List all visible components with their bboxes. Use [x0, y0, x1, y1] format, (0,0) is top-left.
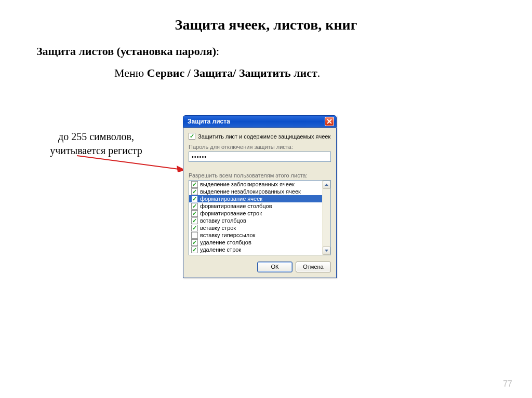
check-icon: ✓: [192, 218, 197, 224]
option-checkbox[interactable]: ✓: [191, 210, 198, 217]
password-label: Пароль для отключения защиты листа:: [189, 144, 331, 150]
check-icon: ✓: [192, 196, 197, 202]
check-icon: ✓: [192, 240, 197, 245]
dialog-buttons: ОК Отмена: [189, 262, 331, 272]
slide-subtitle: Защита листов (установка пароля):: [36, 45, 532, 58]
option-label: выделение незаблокированных ячеек: [200, 188, 301, 195]
option-label: форматирование строк: [200, 210, 262, 216]
option-checkbox[interactable]: ✓: [191, 181, 198, 188]
menupath-tail: .: [317, 66, 321, 79]
cancel-button[interactable]: Отмена: [296, 262, 331, 272]
list-item[interactable]: ✓форматирование столбцов: [189, 202, 322, 210]
scroll-down-button[interactable]: [323, 246, 330, 255]
option-label: выделение заблокированных ячеек: [200, 181, 295, 187]
check-icon: ✓: [192, 182, 197, 187]
scroll-up-button[interactable]: [323, 181, 330, 189]
option-checkbox[interactable]: ✓: [191, 225, 198, 231]
protect-sheet-dialog: Защита листа ✓ Защитить лист и содержимо…: [183, 115, 337, 278]
option-label: удаление столбцов: [200, 239, 251, 245]
check-icon: ✓: [192, 225, 197, 231]
protect-checkbox[interactable]: ✓: [189, 133, 195, 140]
option-checkbox[interactable]: ✓: [191, 246, 198, 253]
annotation-text: до 255 символов, учитывается регистр: [36, 130, 156, 158]
list-item[interactable]: ✓удаление строк: [189, 246, 322, 253]
option-checkbox[interactable]: ✓: [191, 203, 198, 210]
menupath-prefix: Меню: [114, 66, 147, 79]
check-icon: ✓: [190, 133, 194, 139]
svg-marker-4: [325, 184, 328, 186]
option-checkbox[interactable]: ✓: [191, 188, 198, 195]
slide-title: Защита ячеек, листов, книг: [0, 17, 532, 33]
check-icon: ✓: [192, 247, 197, 253]
protect-checkbox-row[interactable]: ✓ Защитить лист и содержимое защищаемых …: [189, 133, 331, 140]
list-item[interactable]: ✓вставку строк: [189, 224, 322, 231]
dialog-titlebar[interactable]: Защита листа: [183, 115, 337, 128]
subtitle-bold: Защита листов (установка пароля): [36, 45, 216, 58]
allow-label: Разрешить всем пользователям этого листа…: [189, 172, 331, 179]
list-item[interactable]: ✓выделение незаблокированных ячеек: [189, 188, 322, 195]
close-button[interactable]: [325, 117, 334, 126]
option-label: удаление строк: [200, 246, 241, 253]
page-number: 77: [503, 379, 512, 389]
scroll-track[interactable]: [323, 189, 330, 246]
close-icon: [327, 119, 332, 124]
dialog-body: ✓ Защитить лист и содержимое защищаемых …: [183, 128, 337, 278]
option-checkbox[interactable]: ✓: [191, 217, 198, 224]
annotation-line1: до 255 символов,: [58, 131, 134, 142]
menupath-bold: Сервис / Защита/ Защитить лист: [147, 66, 317, 79]
password-input[interactable]: [189, 152, 331, 162]
check-icon: ✓: [192, 211, 197, 216]
permissions-listbox[interactable]: ✓выделение заблокированных ячеек✓выделен…: [189, 180, 331, 255]
option-checkbox[interactable]: [191, 232, 198, 239]
dialog-title: Защита листа: [188, 118, 325, 125]
list-item[interactable]: ✓форматирование ячеек: [189, 195, 322, 202]
protect-checkbox-label: Защитить лист и содержимое защищаемых яч…: [198, 133, 330, 140]
check-icon: ✓: [192, 189, 197, 195]
chevron-down-icon: [325, 250, 328, 252]
list-item[interactable]: ✓форматирование строк: [189, 210, 322, 217]
subtitle-tail: :: [216, 45, 219, 58]
scrollbar[interactable]: [322, 181, 330, 255]
annotation-line2: учитывается регистр: [50, 145, 142, 156]
list-item[interactable]: ✓вставку столбцов: [189, 217, 322, 224]
list-item[interactable]: ✓выделение заблокированных ячеек: [189, 181, 322, 188]
option-label: вставку столбцов: [200, 217, 246, 224]
menu-path: Меню Сервис / Защита/ Защитить лист.: [114, 66, 532, 80]
check-icon: ✓: [192, 203, 197, 209]
option-label: вставку строк: [200, 225, 236, 231]
list-item[interactable]: вставку гиперссылок: [189, 231, 322, 239]
list-item[interactable]: ✓удаление столбцов: [189, 239, 322, 246]
svg-marker-5: [325, 250, 328, 252]
option-checkbox[interactable]: ✓: [191, 239, 198, 246]
option-checkbox[interactable]: ✓: [191, 196, 198, 202]
option-label: форматирование ячеек: [200, 196, 262, 202]
option-label: вставку гиперссылок: [200, 232, 255, 238]
chevron-up-icon: [325, 184, 328, 186]
ok-button[interactable]: ОК: [257, 262, 292, 272]
option-label: форматирование столбцов: [200, 203, 272, 209]
